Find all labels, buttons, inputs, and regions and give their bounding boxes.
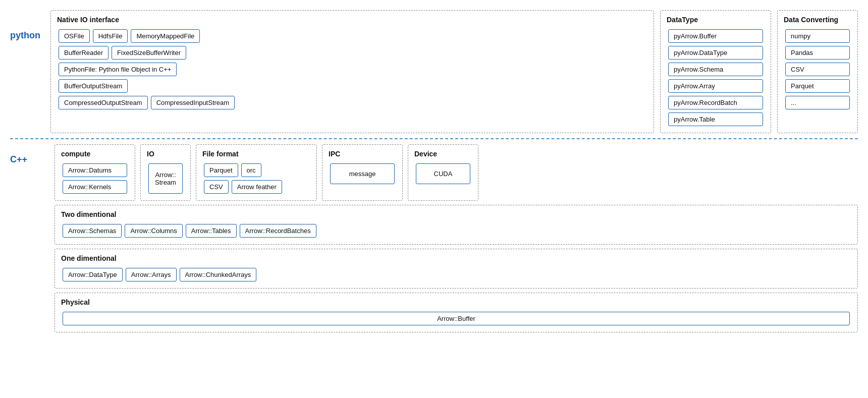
pyarrow-recordbatch: pyArrow.RecordBatch (668, 96, 763, 109)
native-io-row4: BufferOutputStream (57, 78, 647, 94)
arrow-datatype: Arrow::DataType (63, 268, 123, 281)
arrow-datums: Arrow::Datums (63, 163, 127, 177)
arrow-arrays: Arrow::Arrays (126, 268, 177, 281)
data-converting-box: Data Converting numpy Pandas CSV Parquet… (777, 10, 858, 133)
cpp-main: compute Arrow::Datums Arrow::Kernels IO … (55, 144, 858, 332)
hdfsfile-box: HdfsFile (93, 29, 128, 43)
one-dimensional-box: One dimentional Arrow::DataType Arrow::A… (55, 249, 858, 289)
pyarrow-schema: pyArrow.Schema (668, 63, 763, 76)
device-title: Device (414, 150, 472, 158)
compressedinputstream-box: CompressedInputStream (151, 96, 235, 109)
two-dimensional-box: Two dimentional Arrow::Schemas Arrow::Co… (55, 205, 858, 245)
fixedsizebufferwriter-box: FixedSizeBufferWriter (112, 46, 186, 60)
numpy-box: numpy (785, 29, 850, 43)
csv-ff-box: CSV (204, 180, 229, 194)
fileformat-box: File format Parquet orc CSV Arrow feathe… (196, 144, 317, 201)
csv-box: CSV (785, 63, 850, 76)
parquet-ff-box: Parquet (204, 163, 238, 177)
message-box: message (330, 163, 395, 184)
pyarrow-datatype: pyArrow.DataType (668, 46, 763, 60)
arrow-columns: Arrow::Columns (125, 224, 182, 238)
arrow-feather-box: Arrow feather (232, 180, 282, 194)
arrow-tables: Arrow::Tables (186, 224, 237, 238)
ipc-box: IPC message (322, 144, 403, 201)
io-title: IO (147, 150, 184, 158)
osfile-box: OSFile (59, 29, 90, 43)
fileformat-row1: Parquet orc (202, 162, 310, 179)
cuda-box: CUDA (416, 163, 470, 184)
arrow-recordbatches: Arrow::RecordBatches (240, 224, 316, 238)
orc-box: orc (241, 163, 261, 177)
pyarrow-array: pyArrow.Array (668, 79, 763, 93)
device-box: Device CUDA (408, 144, 478, 201)
memorymappedfile-box: MemoryMappedFile (131, 29, 200, 43)
native-io-row2: BufferReader FixedSizeBufferWriter (57, 44, 647, 61)
main-container: python Native IO interface OSFile HdfsFi… (10, 10, 858, 332)
two-dim-items: Arrow::Schemas Arrow::Columns Arrow::Tab… (61, 222, 851, 239)
ipc-title: IPC (329, 150, 396, 158)
bufferoutputstream-box: BufferOutputStream (59, 79, 128, 93)
bufferreader-box: BufferReader (59, 46, 108, 60)
arrow-kernels: Arrow::Kernels (63, 180, 127, 194)
arrow-stream: Arrow::Stream (148, 163, 183, 194)
physical-box: Physical Arrow::Buffer (55, 293, 858, 332)
pandas-box: Pandas (785, 46, 850, 60)
datatype-box: DataType pyArrow.Buffer pyArrow.DataType… (660, 10, 771, 133)
pythonfile-box: PythonFile: Python file Object in C++ (59, 63, 177, 76)
pyarrow-buffer: pyArrow.Buffer (668, 29, 763, 43)
datatype-title: DataType (667, 16, 765, 24)
parquet-box: Parquet (785, 79, 850, 93)
two-dim-title: Two dimentional (61, 210, 851, 218)
io-box: IO Arrow::Stream (140, 144, 191, 201)
compute-box: compute Arrow::Datums Arrow::Kernels (55, 144, 135, 201)
arrow-buffer: Arrow::Buffer (63, 312, 850, 325)
cpp-top-row: compute Arrow::Datums Arrow::Kernels IO … (55, 144, 858, 201)
compressedoutputstream-box: CompressedOutputStream (59, 96, 148, 109)
native-io-title: Native IO interface (57, 16, 647, 24)
native-io-row5: CompressedOutputStream CompressedInputSt… (57, 94, 647, 111)
pyarrow-table: pyArrow.Table (668, 112, 763, 126)
native-io-box: Native IO interface OSFile HdfsFile Memo… (50, 10, 654, 133)
python-boxes: Native IO interface OSFile HdfsFile Memo… (50, 10, 858, 133)
fileformat-row2: CSV Arrow feather (202, 179, 310, 195)
compute-title: compute (61, 150, 129, 158)
cpp-section: C++ compute Arrow::Datums Arrow::Kernels… (10, 144, 858, 332)
data-converting-title: Data Converting (784, 16, 851, 24)
arrow-schemas: Arrow::Schemas (63, 224, 122, 238)
one-dim-title: One dimentional (61, 254, 851, 262)
python-section: python Native IO interface OSFile HdfsFi… (10, 10, 858, 139)
native-io-row3: PythonFile: Python file Object in C++ (57, 61, 647, 78)
arrow-chunkedarrays: Arrow::ChunkedArrays (180, 268, 257, 281)
fileformat-title: File format (202, 150, 310, 158)
native-io-row1: OSFile HdfsFile MemoryMappedFile (57, 28, 647, 44)
ellipsis-box: ... (785, 96, 850, 109)
physical-title: Physical (61, 298, 851, 306)
python-label: python (10, 10, 50, 41)
one-dim-items: Arrow::DataType Arrow::Arrays Arrow::Chu… (61, 266, 851, 283)
cpp-label: C++ (10, 144, 50, 165)
